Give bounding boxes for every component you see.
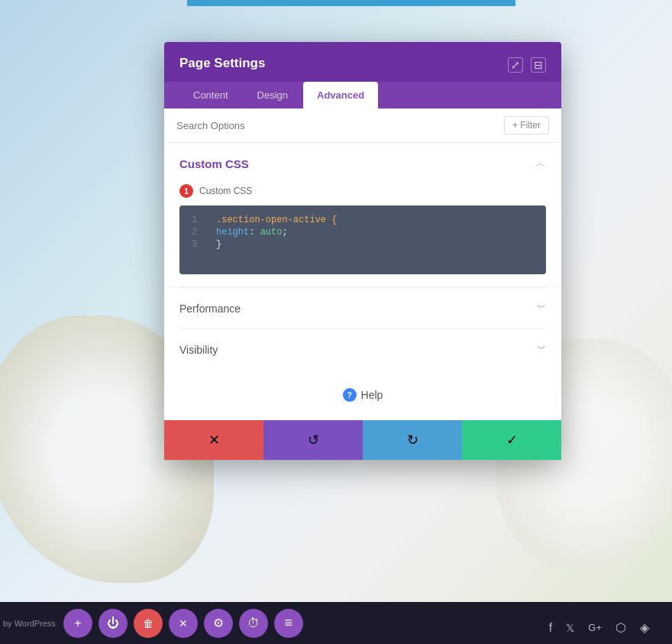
code-selector: .section-open-active { xyxy=(216,215,337,225)
performance-chevron-icon: ︾ xyxy=(537,302,546,315)
custom-css-section-header[interactable]: Custom CSS ︿ xyxy=(164,143,561,184)
custom-css-content: 1 Custom CSS 1 .section-open-active { 2 … xyxy=(164,184,561,286)
visibility-section: Visibility ︾ xyxy=(164,328,561,370)
visibility-chevron-icon: ︾ xyxy=(537,343,546,356)
redo-button[interactable]: ↻ xyxy=(363,420,462,460)
facebook-icon[interactable]: f xyxy=(549,621,552,635)
help-area[interactable]: ? Help xyxy=(164,370,561,420)
custom-css-badge: 1 xyxy=(179,184,193,198)
css-semicolon: ; xyxy=(282,227,287,238)
undo-button[interactable]: ↺ xyxy=(263,420,363,460)
tab-design[interactable]: Design xyxy=(244,82,302,108)
css-closing-brace: } xyxy=(216,239,221,250)
code-line-2: 2 height: auto; xyxy=(192,227,534,238)
rss-icon[interactable]: ◈ xyxy=(640,620,649,635)
custom-css-chevron-icon: ︿ xyxy=(535,157,546,170)
custom-css-title: Custom CSS xyxy=(179,157,249,170)
bottom-toolbar: by WordPress + ⏻ 🗑 ✕ ⚙ ⏱ ≡ f 𝕏 G+ ⬡ ◈ xyxy=(0,602,672,644)
css-value: auto xyxy=(260,227,283,238)
close-button[interactable]: ✕ xyxy=(169,609,198,638)
custom-css-field-label: Custom CSS xyxy=(199,186,252,196)
tab-advanced[interactable]: Advanced xyxy=(303,82,378,108)
line-number-3: 3 xyxy=(192,239,207,250)
search-input[interactable] xyxy=(176,120,504,131)
custom-css-label: 1 Custom CSS xyxy=(179,184,546,198)
code-line-1: 1 .section-open-active { xyxy=(192,215,534,225)
instagram-icon[interactable]: ⬡ xyxy=(615,620,626,635)
performance-title: Performance xyxy=(179,303,241,315)
line-number-2: 2 xyxy=(192,227,207,238)
twitter-icon[interactable]: 𝕏 xyxy=(566,622,574,634)
trash-button[interactable]: 🗑 xyxy=(134,609,163,638)
search-bar: + Filter xyxy=(164,108,561,143)
add-button[interactable]: + xyxy=(63,609,92,638)
modal-footer: ✕ ↺ ↻ ✓ xyxy=(164,420,561,460)
modal-body: Custom CSS ︿ 1 Custom CSS 1 .section-ope… xyxy=(164,143,561,420)
css-colon: : xyxy=(249,227,260,238)
tabs-bar: Content Design Advanced xyxy=(164,82,561,108)
filter-button[interactable]: + Filter xyxy=(504,116,549,134)
power-button[interactable]: ⏻ xyxy=(99,609,128,638)
modal-header: Page Settings ⤢ ⊟ xyxy=(164,42,561,82)
help-icon: ? xyxy=(343,388,357,402)
top-blue-bar xyxy=(187,0,515,6)
page-settings-modal: Page Settings ⤢ ⊟ Content Design Advance… xyxy=(164,42,561,460)
visibility-title: Visibility xyxy=(179,344,218,356)
performance-section: Performance ︾ xyxy=(164,287,561,328)
modal-title: Page Settings xyxy=(179,56,265,82)
columns-icon[interactable]: ⊟ xyxy=(531,57,546,73)
code-property-line: height: auto; xyxy=(216,227,288,238)
save-button[interactable]: ✓ xyxy=(462,420,561,460)
cancel-button[interactable]: ✕ xyxy=(164,420,263,460)
help-text: Help xyxy=(361,389,383,401)
code-line-3: 3 } xyxy=(192,239,534,250)
css-property: height xyxy=(216,227,249,238)
code-editor[interactable]: 1 .section-open-active { 2 height: auto;… xyxy=(179,205,546,274)
performance-header[interactable]: Performance ︾ xyxy=(179,287,546,328)
social-icons: f 𝕏 G+ ⬡ ◈ xyxy=(549,620,649,635)
visibility-header[interactable]: Visibility ︾ xyxy=(179,328,546,370)
tab-content[interactable]: Content xyxy=(179,82,242,108)
custom-css-section: Custom CSS ︿ 1 Custom CSS 1 .section-ope… xyxy=(164,143,561,287)
fullscreen-icon[interactable]: ⤢ xyxy=(508,57,523,73)
wordpress-credit: by WordPress xyxy=(3,619,56,628)
analytics-button[interactable]: ≡ xyxy=(274,609,303,638)
modal-header-icons: ⤢ ⊟ xyxy=(508,56,546,73)
google-plus-icon[interactable]: G+ xyxy=(588,622,602,633)
timer-button[interactable]: ⏱ xyxy=(239,609,268,638)
line-number-1: 1 xyxy=(192,215,207,225)
settings-button[interactable]: ⚙ xyxy=(204,609,233,638)
tool-buttons: + ⏻ 🗑 ✕ ⚙ ⏱ ≡ xyxy=(63,609,303,638)
